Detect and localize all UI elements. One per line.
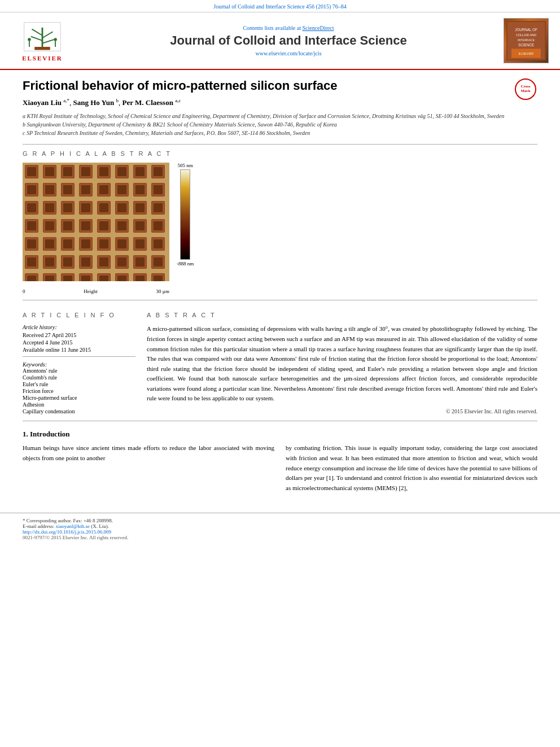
available-date: Available online 11 June 2015 — [23, 347, 135, 353]
email-suffix: (X. Liu). — [91, 523, 109, 529]
elsevier-logo: ELSEVIER — [11, 20, 73, 62]
journal-header: ELSEVIER Contents lists available at Sci… — [0, 12, 560, 70]
keyword-7: Capillary condensation — [23, 408, 135, 414]
graphical-abstract-header: G R A P H I C A L A B S T R A C T — [23, 150, 537, 157]
article-title: Frictional behavior of micro-patterned s… — [23, 78, 537, 93]
author-2: Sang Ho Yun — [73, 98, 115, 107]
abstract-section: A micro-patterned silicon surface, consi… — [147, 324, 537, 414]
intro-two-col: Human beings have since ancient times ma… — [23, 443, 537, 493]
abstract-text: A micro-patterned silicon surface, consi… — [147, 324, 537, 404]
svg-point-6 — [28, 38, 31, 41]
page-footer: * Corresponding author. Fax: +46 8 20899… — [0, 513, 560, 545]
elsevier-tree-icon — [20, 20, 65, 54]
divider-keywords — [23, 356, 135, 357]
axis-right-label: 30 µm — [156, 289, 169, 294]
keywords-label: Keywords: — [23, 361, 135, 368]
keyword-6: Adhesion — [23, 401, 135, 408]
svg-text:ELSEVIER: ELSEVIER — [519, 52, 533, 55]
cover-svg: JOURNAL OF COLLOID AND INTERFACE SCIENCE… — [506, 19, 546, 63]
divider-3 — [23, 421, 537, 421]
affiliations: a KTH Royal Institute of Technology, Sch… — [23, 112, 537, 137]
colorbar-bottom-label: -888 nm — [177, 261, 194, 267]
author-1: Xiaoyan Liu — [23, 98, 62, 107]
journal-title-header: Journal of Colloid and Interface Science — [73, 33, 504, 48]
author-3: Per M. Claesson — [123, 98, 173, 107]
copyright-line: © 2015 Elsevier Inc. All rights reserved… — [147, 408, 537, 414]
affiliation-b: b Sungkyunkwan University, Department of… — [23, 120, 537, 129]
email-note: E-mail address: xiaoyanl@kth.se (X. Liu)… — [23, 523, 537, 529]
divider-2 — [23, 300, 537, 300]
intro-left-text: Human beings have since ancient times ma… — [23, 443, 274, 463]
article-info-column: A R T I C L E I N F O Article history: R… — [23, 306, 135, 415]
crossmark-badge[interactable]: CrossMark — [515, 78, 537, 101]
abstract-header: A B S T R A C T — [147, 312, 537, 318]
svg-line-3 — [42, 32, 53, 38]
intro-left-column: Human beings have since ancient times ma… — [23, 443, 274, 493]
top-ref-bar: Journal of Colloid and Interface Science… — [0, 0, 560, 12]
colorbar-top-label: 505 nm — [177, 163, 193, 168]
received-date: Received 27 April 2015 — [23, 332, 135, 338]
affiliation-a: a KTH Royal Institute of Technology, Sch… — [23, 112, 537, 120]
affiliation-c: c SP Technical Research Institute of Swe… — [23, 129, 537, 137]
sciencedirect-link-text[interactable]: ScienceDirect — [302, 25, 334, 31]
sciencedirect-label: Contents lists available at ScienceDirec… — [73, 25, 504, 31]
journal-cover-image: JOURNAL OF COLLOID AND INTERFACE SCIENCE… — [504, 18, 549, 63]
keyword-5: Micro-patterned surface — [23, 395, 135, 401]
journal-ref-text: Journal of Colloid and Interface Science… — [213, 3, 347, 10]
keyword-2: Coulomb's rule — [23, 374, 135, 381]
corresponding-author-note: * Corresponding author. Fax: +46 8 20899… — [23, 518, 537, 523]
divider-1 — [23, 144, 537, 145]
keyword-4: Friction force — [23, 388, 135, 394]
svg-rect-10 — [34, 47, 50, 50]
author-2-affil: b — [116, 98, 119, 103]
article-info-section: Article history: Received 27 April 2015 … — [23, 324, 135, 353]
accepted-date: Accepted 4 June 2015 — [23, 339, 135, 346]
page-wrapper: Journal of Colloid and Interface Science… — [0, 0, 560, 545]
article-info-header: A R T I C L E I N F O — [23, 312, 135, 318]
keyword-3: Euler's rule — [23, 381, 135, 387]
svg-line-2 — [32, 29, 42, 36]
author-email[interactable]: xiaoyanl@kth.se — [55, 523, 90, 529]
svg-line-4 — [31, 37, 42, 41]
colorbar-container: 505 nm -888 nm — [177, 163, 194, 267]
intro-right-column: by combating friction. This issue is equ… — [286, 443, 537, 493]
svg-point-8 — [54, 38, 57, 41]
authors-line: Xiaoyan Liu a,*, Sang Ho Yun b, Per M. C… — [23, 98, 537, 107]
journal-center-info: Contents lists available at ScienceDirec… — [73, 25, 504, 56]
afm-svg — [23, 163, 169, 287]
doi-link[interactable]: http://dx.doi.org/10.1016/j.jcis.2015.06… — [23, 529, 537, 535]
afm-image — [23, 163, 169, 287]
svg-text:JOURNAL OF: JOURNAL OF — [515, 28, 537, 32]
intro-right-text: by combating friction. This issue is equ… — [286, 443, 537, 493]
issn-line: 0021-9797/© 2015 Elsevier Inc. All right… — [23, 535, 537, 540]
svg-text:INTERFACE: INTERFACE — [518, 38, 535, 42]
svg-line-5 — [42, 40, 54, 43]
introduction-section: 1. Introduction Human beings have since … — [23, 430, 537, 493]
svg-rect-25 — [23, 163, 169, 281]
article-info-abstract-row: A R T I C L E I N F O Article history: R… — [23, 306, 537, 415]
keywords-section: Keywords: Amontons' rule Coulomb's rule … — [23, 361, 135, 414]
keyword-1: Amontons' rule — [23, 368, 135, 374]
author-1-affil: a,* — [63, 98, 69, 103]
svg-text:SCIENCE: SCIENCE — [518, 43, 534, 47]
svg-text:COLLOID AND: COLLOID AND — [516, 33, 536, 37]
abstract-column: A B S T R A C T A micro-patterned silico… — [147, 306, 537, 415]
author-3-affil: a,c — [175, 98, 181, 103]
intro-section-title: 1. Introduction — [23, 430, 537, 439]
axis-center-label: Height — [84, 289, 98, 294]
graphical-abstract-area: 505 nm -888 nm 0 Height 30 µm — [23, 163, 537, 294]
elsevier-brand-text: ELSEVIER — [22, 55, 63, 62]
axis-left-label: 0 — [23, 289, 25, 294]
main-content: CrossMark Frictional behavior of micro-p… — [0, 70, 560, 501]
journal-url[interactable]: www.elsevier.com/locate/jcis — [73, 50, 504, 56]
colorbar — [180, 169, 190, 260]
history-label: Article history: — [23, 324, 135, 330]
